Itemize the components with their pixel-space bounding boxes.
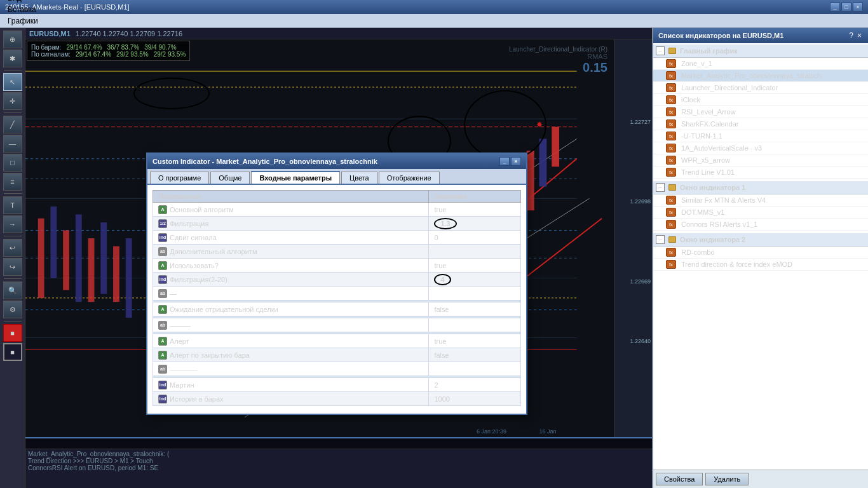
right-panel-content: −Главный графикfxZone_v_1fxMarket_Analyt… [653,43,868,470]
indicator-dialog[interactable]: Custom Indicator - Market_Analytic_Pro_o… [146,152,527,415]
param-value-cell: 4 [429,273,521,287]
toolbar-color1[interactable]: ■ [3,324,22,342]
tab-отображение[interactable]: Отображение [379,172,440,184]
indicator-item[interactable]: fxWPR_x5_arrow [653,154,868,166]
title-bar: 240155: AMarkets-Real - [EURUSD,M1] _ □ … [0,0,868,14]
table-row[interactable]: 1/2Фильтрация1.3 [153,217,521,231]
close-btn[interactable]: × [853,3,863,11]
right-panel-help[interactable]: ? [848,31,855,40]
indicator-group[interactable]: −Окно индикатора 2 [653,233,868,247]
table-row[interactable]: indСдвиг сигнала0 [153,231,521,245]
toolbar-zoom[interactable]: 🔍 [3,281,22,299]
indicator-icon: fx [666,59,676,68]
svg-rect-19 [50,207,57,278]
table-row[interactable]: indФильтрация(2-20)4 [153,273,521,287]
maximize-btn[interactable]: □ [841,3,851,11]
indicator-section: −Окно индикатора 2fxRD-combofxTrend dire… [653,232,868,272]
toolbar-cursor[interactable]: ↖ [3,73,22,91]
toolbar-sep3 [4,193,22,194]
svg-rect-18 [38,219,44,298]
expand-collapse-btn[interactable]: − [656,46,665,55]
right-panel-controls: ? × [848,31,863,40]
toolbar-fib[interactable]: ≡ [3,173,22,191]
indicator-item[interactable]: fxSharkFX.Calendar [653,118,868,130]
indicator-item[interactable]: fxTrend direction & force index eMOD [653,259,868,271]
toolbar-arrow[interactable]: → [3,215,22,233]
indicator-name: Trend direction & force index eMOD [681,261,792,268]
indicator-item[interactable]: fxDOT.MMS_v1 [653,207,868,219]
signal-label: По сигналам: [31,51,71,58]
toolbar-undo[interactable]: ↩ [3,239,22,257]
tab-общие[interactable]: Общие [210,172,250,184]
table-row[interactable]: ab— [153,287,521,301]
param-value-cell: 1.3 [429,217,521,231]
svg-rect-22 [88,238,95,302]
table-row[interactable]: abДополнительный алгоритм [153,245,521,259]
tab-цвета[interactable]: Цвета [341,172,377,184]
indicator-item[interactable]: fx1A_AutoVerticalScale - v3 [653,142,868,154]
table-row[interactable]: AАлертtrue [153,334,521,348]
properties-btn[interactable]: Свойства [656,473,703,485]
indicator-group[interactable]: −Главный график [653,44,868,58]
indicator-item[interactable]: fxiClock [653,94,868,106]
indicator-item[interactable]: fxZone_v_1 [653,58,868,70]
indicator-section: −Главный графикfxZone_v_1fxMarket_Analyt… [653,43,868,180]
right-panel-close[interactable]: × [856,31,863,40]
toolbar-hline[interactable]: — [3,135,22,152]
table-row[interactable]: indМартин2 [153,378,521,392]
group-label: Окно индикатора 2 [680,236,745,243]
toolbar-redo[interactable]: ↪ [3,258,22,276]
svg-text:6 Jan 20:39: 6 Jan 20:39 [477,428,506,435]
indicator-icon: fx [666,156,676,165]
toolbar-star[interactable]: ✱ [3,50,22,67]
indicator-item[interactable]: fxMarket_Analytic_Pro_obnovlennaya_stral… [653,70,868,82]
expand-collapse-btn[interactable]: − [656,235,665,244]
toolbar-line[interactable]: ╱ [3,116,22,133]
table-row[interactable]: ab———— [153,362,521,376]
table-row[interactable]: indИстория в барах1000 [153,392,521,406]
indicator-name: Connors RSI Alerts v1_1 [681,220,757,228]
toolbar-text[interactable]: T [3,196,22,214]
menu-item-графики[interactable]: Графики [3,15,43,27]
indicator-item[interactable]: fxSimilar Fx MTN & Alerts V4 [653,194,868,207]
svg-text:16 Jan: 16 Jan [539,428,557,435]
table-row[interactable]: AОжидание отрицательной сделкиfalse [153,302,521,316]
table-row[interactable]: AАлерт по закрытию бараfalse [153,348,521,362]
status-line3: ConnorsRSI Alert on EURUSD, period M1: S… [28,464,649,471]
tab-о-программе[interactable]: О программе [150,172,209,184]
indicator-icon: fx [666,132,676,140]
indicator-item[interactable]: fxLauncher_Directional_Indicator [653,82,868,94]
dialog-minimize[interactable]: _ [499,157,510,166]
indicator-item[interactable]: fx-U-TURN-1.1 [653,130,868,142]
toolbar-box[interactable]: □ [3,154,22,172]
toolbar-prop[interactable]: ⚙ [3,301,22,318]
sig-stat3: 29/2 93.5% [154,51,186,58]
delete-btn[interactable]: Удалить [705,473,749,485]
bar-stat2: 36/7 83.7% [107,44,140,51]
indicator-item[interactable]: fxTrend Line V1.01 [653,166,868,179]
minimize-btn[interactable]: _ [830,3,840,11]
table-row[interactable]: ab——— [153,318,521,332]
indicator-group[interactable]: −Окно индикатора 1 [653,181,868,194]
dialog-title-bar: Custom Indicator - Market_Analytic_Pro_o… [147,154,526,169]
sig-stat2: 29/2 93.5% [116,51,149,58]
table-row[interactable]: AИспользовать?true [153,259,521,273]
toolbar-crosshair[interactable]: ✛ [3,92,22,110]
menu-item-вставка[interactable]: Вставка [3,4,43,15]
sig-stat1: 29/14 67.4% [76,51,111,58]
param-value-cell [429,318,521,332]
params-tbody: AОсновной алгоритмtrue1/2Фильтрация1.3in… [153,203,521,406]
indicator-name: iClock [681,96,700,104]
toolbar-color2[interactable]: ■ [3,343,22,361]
dialog-close[interactable]: × [511,157,521,166]
toolbar-new[interactable]: ⊕ [3,30,22,48]
param-value-cell: false [429,348,521,362]
indicator-item[interactable]: fxConnors RSI Alerts v1_1 [653,219,868,231]
expand-collapse-btn[interactable]: − [656,183,665,192]
indicator-item[interactable]: fxRSI_Level_Arrow [653,106,868,118]
indicator-name: Similar Fx MTN & Alerts V4 [681,196,766,204]
indicator-item[interactable]: fxRD-combo [653,247,868,259]
svg-text:✸: ✸ [536,120,543,129]
table-row[interactable]: AОсновной алгоритмtrue [153,203,521,217]
tab-входные-параметры[interactable]: Входные параметры [251,171,340,184]
